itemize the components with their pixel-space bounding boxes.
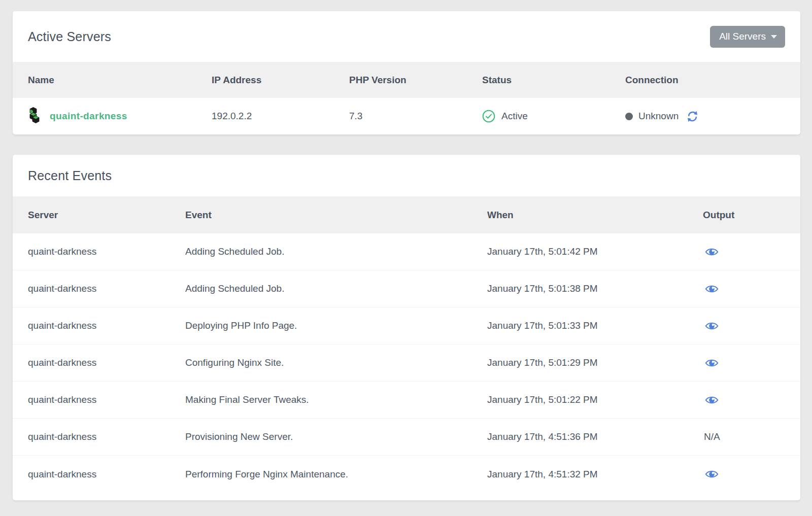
event-description-value: Provisioning New Server. — [185, 431, 487, 442]
server-name-link[interactable]: quaint-darkness — [50, 111, 127, 122]
event-when-value: January 17th, 5:01:38 PM — [487, 283, 703, 294]
event-when-value: January 17th, 4:51:36 PM — [487, 431, 703, 442]
caret-down-icon — [771, 35, 777, 39]
servers-col-header-php: PHP Version — [349, 75, 482, 86]
events-col-header-server: Server — [28, 210, 185, 221]
servers-table-header: Name IP Address PHP Version Status Conne… — [13, 62, 800, 98]
event-table-row: quaint-darkness Deploying PHP Info Page.… — [13, 307, 800, 345]
event-description-value: Making Final Server Tweaks. — [185, 394, 487, 405]
eye-icon — [705, 473, 719, 481]
event-description-value: Deploying PHP Info Page. — [185, 320, 487, 331]
eye-icon — [705, 399, 719, 407]
active-servers-card: Active Servers All Servers Name IP Addre… — [13, 11, 800, 134]
event-table-row: quaint-darkness Adding Scheduled Job. Ja… — [13, 233, 800, 270]
servers-col-header-connection: Connection — [625, 75, 785, 86]
event-table-row: quaint-darkness Making Final Server Twea… — [13, 382, 800, 419]
event-server-value: quaint-darkness — [28, 357, 185, 368]
view-output-button[interactable] — [705, 321, 719, 331]
server-table-row: quaint-darkness 192.0.2.2 7.3 Active Unk… — [13, 98, 800, 134]
eye-icon — [705, 251, 719, 259]
view-output-button[interactable] — [705, 469, 719, 479]
recent-events-header: Recent Events — [13, 155, 800, 196]
event-when-value: January 17th, 5:01:33 PM — [487, 320, 703, 331]
event-server-value: quaint-darkness — [28, 246, 185, 257]
event-when-value: January 17th, 5:01:42 PM — [487, 246, 703, 257]
event-description-value: Adding Scheduled Job. — [185, 246, 487, 257]
events-table-header: Server Event When Output — [13, 196, 800, 233]
server-connection-value: Unknown — [638, 111, 679, 122]
event-table-row: quaint-darkness Adding Scheduled Job. Ja… — [13, 270, 800, 307]
all-servers-dropdown-button[interactable]: All Servers — [710, 26, 785, 48]
events-col-header-output: Output — [703, 210, 785, 221]
event-when-value: January 17th, 4:51:32 PM — [487, 469, 703, 480]
events-col-header-when: When — [487, 210, 703, 221]
refresh-icon — [686, 117, 699, 125]
event-server-value: quaint-darkness — [28, 320, 185, 331]
server-ip-value: 192.0.2.2 — [212, 111, 349, 122]
event-server-value: quaint-darkness — [28, 469, 185, 480]
eye-icon — [705, 362, 719, 370]
servers-col-header-name: Name — [28, 75, 212, 86]
event-when-value: January 17th, 5:01:22 PM — [487, 394, 703, 405]
server-stack-icon — [28, 107, 41, 125]
active-servers-title: Active Servers — [28, 29, 111, 44]
event-description-value: Configuring Nginx Site. — [185, 357, 487, 368]
view-output-button[interactable] — [705, 284, 719, 294]
events-card-bottom-padding — [13, 493, 800, 500]
recent-events-title: Recent Events — [28, 168, 112, 183]
servers-col-header-ip: IP Address — [212, 75, 349, 86]
events-table-body: quaint-darkness Adding Scheduled Job. Ja… — [13, 233, 800, 493]
eye-icon — [705, 288, 719, 296]
check-circle-icon — [482, 110, 495, 123]
event-table-row: quaint-darkness Performing Forge Nginx M… — [13, 456, 800, 493]
server-status-value: Active — [501, 111, 528, 122]
recent-events-card: Recent Events Server Event When Output q… — [13, 155, 800, 500]
refresh-connection-button[interactable] — [686, 110, 699, 123]
eye-icon — [705, 325, 719, 333]
all-servers-dropdown-label: All Servers — [719, 31, 766, 42]
active-servers-header: Active Servers All Servers — [13, 11, 800, 62]
output-not-available-label: N/A — [704, 431, 720, 442]
view-output-button[interactable] — [705, 247, 719, 257]
event-server-value: quaint-darkness — [28, 283, 185, 294]
event-server-value: quaint-darkness — [28, 394, 185, 405]
connection-status-dot-icon — [625, 113, 633, 120]
view-output-button[interactable] — [705, 358, 719, 368]
server-php-value: 7.3 — [349, 111, 482, 122]
event-when-value: January 17th, 5:01:29 PM — [487, 357, 703, 368]
event-description-value: Adding Scheduled Job. — [185, 283, 487, 294]
event-table-row: quaint-darkness Configuring Nginx Site. … — [13, 345, 800, 382]
event-server-value: quaint-darkness — [28, 431, 185, 442]
servers-col-header-status: Status — [482, 75, 625, 86]
view-output-button[interactable] — [705, 395, 719, 405]
event-table-row: quaint-darkness Provisioning New Server.… — [13, 419, 800, 456]
event-description-value: Performing Forge Nginx Maintenance. — [185, 469, 487, 480]
events-col-header-event: Event — [185, 210, 487, 221]
